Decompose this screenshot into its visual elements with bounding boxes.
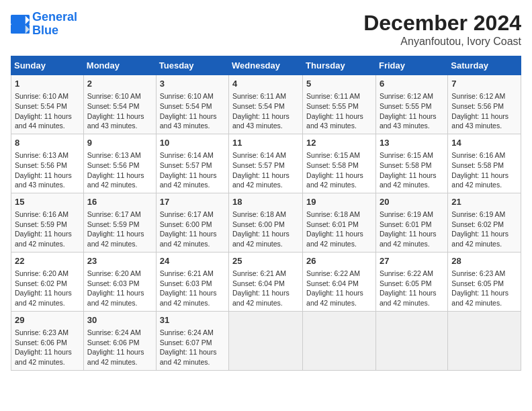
day-number: 9: [87, 137, 152, 149]
day-number: 31: [160, 314, 225, 326]
calendar-cell: 14Sunrise: 6:16 AM Sunset: 5:58 PM Dayli…: [448, 134, 521, 193]
day-content: Sunrise: 6:15 AM Sunset: 5:58 PM Dayligh…: [306, 150, 372, 190]
calendar-cell: 29Sunrise: 6:23 AM Sunset: 6:06 PM Dayli…: [11, 311, 84, 370]
logo: General Blue: [11, 11, 77, 38]
day-number: 23: [87, 255, 152, 267]
calendar-title: December 2024: [363, 11, 521, 36]
calendar-cell: [375, 311, 447, 370]
day-number: 7: [451, 78, 517, 90]
day-content: Sunrise: 6:11 AM Sunset: 5:55 PM Dayligh…: [306, 91, 372, 131]
day-content: Sunrise: 6:19 AM Sunset: 6:02 PM Dayligh…: [451, 210, 517, 249]
day-number: 29: [15, 314, 80, 326]
calendar-subtitle: Anyanfoutou, Ivory Coast: [363, 36, 521, 48]
day-content: Sunrise: 6:20 AM Sunset: 6:02 PM Dayligh…: [15, 269, 80, 308]
column-header-tuesday: Tuesday: [156, 56, 228, 75]
logo-text: General Blue: [32, 11, 77, 38]
calendar-cell: 15Sunrise: 6:16 AM Sunset: 5:59 PM Dayli…: [11, 193, 84, 252]
day-content: Sunrise: 6:13 AM Sunset: 5:56 PM Dayligh…: [15, 150, 80, 190]
logo-line1: General: [32, 10, 77, 24]
page-header: General Blue December 2024 Anyanfoutou, …: [11, 11, 521, 48]
calendar-cell: 12Sunrise: 6:15 AM Sunset: 5:58 PM Dayli…: [303, 134, 376, 193]
day-number: 2: [87, 78, 152, 90]
day-content: Sunrise: 6:10 AM Sunset: 5:54 PM Dayligh…: [87, 91, 152, 131]
calendar-cell: 11Sunrise: 6:14 AM Sunset: 5:57 PM Dayli…: [229, 134, 303, 193]
day-content: Sunrise: 6:20 AM Sunset: 6:03 PM Dayligh…: [87, 269, 152, 308]
calendar-week-2: 8Sunrise: 6:13 AM Sunset: 5:56 PM Daylig…: [11, 134, 521, 193]
calendar-cell: 7Sunrise: 6:12 AM Sunset: 5:56 PM Daylig…: [448, 75, 521, 134]
day-number: 12: [306, 137, 372, 149]
day-number: 15: [15, 196, 80, 208]
day-number: 8: [15, 137, 80, 149]
calendar-cell: 2Sunrise: 6:10 AM Sunset: 5:54 PM Daylig…: [83, 75, 156, 134]
day-number: 14: [451, 137, 517, 149]
day-number: 24: [160, 255, 225, 267]
calendar-cell: 18Sunrise: 6:18 AM Sunset: 6:00 PM Dayli…: [229, 193, 303, 252]
day-number: 1: [15, 78, 80, 90]
day-content: Sunrise: 6:14 AM Sunset: 5:57 PM Dayligh…: [160, 150, 225, 190]
calendar-cell: [448, 311, 521, 370]
day-number: 5: [306, 78, 372, 90]
day-number: 21: [451, 196, 517, 208]
calendar-table: SundayMondayTuesdayWednesdayThursdayFrid…: [11, 56, 521, 371]
calendar-cell: 28Sunrise: 6:23 AM Sunset: 6:05 PM Dayli…: [448, 252, 521, 311]
day-number: 19: [306, 196, 372, 208]
day-content: Sunrise: 6:15 AM Sunset: 5:58 PM Dayligh…: [380, 150, 444, 190]
day-content: Sunrise: 6:19 AM Sunset: 6:01 PM Dayligh…: [380, 210, 444, 249]
column-header-thursday: Thursday: [303, 56, 376, 75]
day-content: Sunrise: 6:22 AM Sunset: 6:05 PM Dayligh…: [380, 269, 444, 308]
calendar-cell: 3Sunrise: 6:10 AM Sunset: 5:54 PM Daylig…: [156, 75, 228, 134]
day-content: Sunrise: 6:23 AM Sunset: 6:05 PM Dayligh…: [451, 269, 517, 308]
day-content: Sunrise: 6:12 AM Sunset: 5:55 PM Dayligh…: [380, 91, 444, 131]
calendar-cell: 17Sunrise: 6:17 AM Sunset: 6:00 PM Dayli…: [156, 193, 228, 252]
calendar-week-3: 15Sunrise: 6:16 AM Sunset: 5:59 PM Dayli…: [11, 193, 521, 252]
day-number: 27: [380, 255, 444, 267]
day-number: 18: [232, 196, 299, 208]
calendar-cell: 19Sunrise: 6:18 AM Sunset: 6:01 PM Dayli…: [303, 193, 376, 252]
logo-line2: Blue: [32, 24, 58, 37]
column-header-monday: Monday: [83, 56, 156, 75]
day-number: 16: [87, 196, 152, 208]
day-number: 22: [15, 255, 80, 267]
calendar-cell: 4Sunrise: 6:11 AM Sunset: 5:54 PM Daylig…: [229, 75, 303, 134]
day-content: Sunrise: 6:10 AM Sunset: 5:54 PM Dayligh…: [15, 91, 80, 131]
day-content: Sunrise: 6:14 AM Sunset: 5:57 PM Dayligh…: [232, 150, 299, 190]
day-number: 20: [380, 196, 444, 208]
day-number: 3: [160, 78, 225, 90]
calendar-cell: 8Sunrise: 6:13 AM Sunset: 5:56 PM Daylig…: [11, 134, 84, 193]
day-content: Sunrise: 6:16 AM Sunset: 5:59 PM Dayligh…: [15, 210, 80, 249]
day-number: 10: [160, 137, 225, 149]
day-number: 26: [306, 255, 372, 267]
calendar-cell: 20Sunrise: 6:19 AM Sunset: 6:01 PM Dayli…: [375, 193, 447, 252]
day-content: Sunrise: 6:22 AM Sunset: 6:04 PM Dayligh…: [306, 269, 372, 308]
column-header-friday: Friday: [375, 56, 447, 75]
calendar-cell: 26Sunrise: 6:22 AM Sunset: 6:04 PM Dayli…: [303, 252, 376, 311]
day-content: Sunrise: 6:17 AM Sunset: 5:59 PM Dayligh…: [87, 210, 152, 249]
day-content: Sunrise: 6:18 AM Sunset: 6:01 PM Dayligh…: [306, 210, 372, 249]
day-number: 28: [451, 255, 517, 267]
calendar-cell: 1Sunrise: 6:10 AM Sunset: 5:54 PM Daylig…: [11, 75, 84, 134]
calendar-cell: 22Sunrise: 6:20 AM Sunset: 6:02 PM Dayli…: [11, 252, 84, 311]
day-number: 13: [380, 137, 444, 149]
calendar-cell: 30Sunrise: 6:24 AM Sunset: 6:06 PM Dayli…: [83, 311, 156, 370]
title-block: December 2024 Anyanfoutou, Ivory Coast: [363, 11, 521, 48]
calendar-week-4: 22Sunrise: 6:20 AM Sunset: 6:02 PM Dayli…: [11, 252, 521, 311]
day-number: 17: [160, 196, 225, 208]
day-content: Sunrise: 6:10 AM Sunset: 5:54 PM Dayligh…: [160, 91, 225, 131]
day-number: 4: [232, 78, 299, 90]
calendar-cell: [303, 311, 376, 370]
day-content: Sunrise: 6:18 AM Sunset: 6:00 PM Dayligh…: [232, 210, 299, 249]
day-content: Sunrise: 6:17 AM Sunset: 6:00 PM Dayligh…: [160, 210, 225, 249]
calendar-week-5: 29Sunrise: 6:23 AM Sunset: 6:06 PM Dayli…: [11, 311, 521, 370]
day-content: Sunrise: 6:21 AM Sunset: 6:03 PM Dayligh…: [160, 269, 225, 308]
calendar-header-row: SundayMondayTuesdayWednesdayThursdayFrid…: [11, 56, 521, 75]
calendar-cell: 10Sunrise: 6:14 AM Sunset: 5:57 PM Dayli…: [156, 134, 228, 193]
calendar-cell: 5Sunrise: 6:11 AM Sunset: 5:55 PM Daylig…: [303, 75, 376, 134]
calendar-cell: 25Sunrise: 6:21 AM Sunset: 6:04 PM Dayli…: [229, 252, 303, 311]
day-content: Sunrise: 6:21 AM Sunset: 6:04 PM Dayligh…: [232, 269, 299, 308]
calendar-week-1: 1Sunrise: 6:10 AM Sunset: 5:54 PM Daylig…: [11, 75, 521, 134]
calendar-cell: 21Sunrise: 6:19 AM Sunset: 6:02 PM Dayli…: [448, 193, 521, 252]
calendar-cell: 6Sunrise: 6:12 AM Sunset: 5:55 PM Daylig…: [375, 75, 447, 134]
calendar-cell: 24Sunrise: 6:21 AM Sunset: 6:03 PM Dayli…: [156, 252, 228, 311]
day-content: Sunrise: 6:11 AM Sunset: 5:54 PM Dayligh…: [232, 91, 299, 131]
day-content: Sunrise: 6:24 AM Sunset: 6:06 PM Dayligh…: [87, 328, 152, 367]
